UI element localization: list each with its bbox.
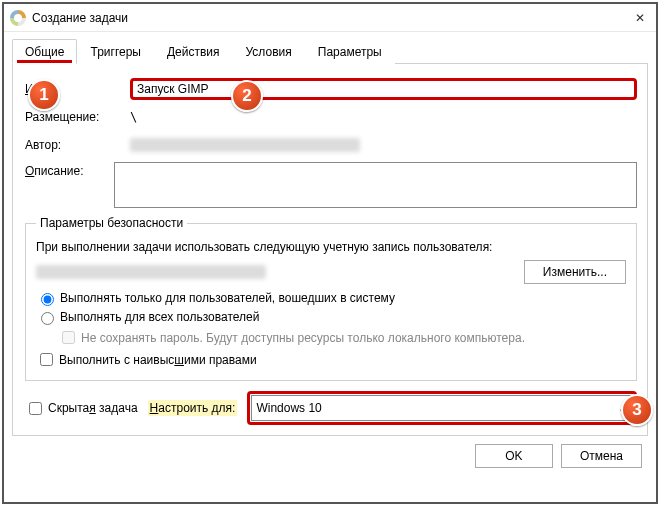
account-value-blurred <box>36 265 266 279</box>
hidden-task-checkbox[interactable] <box>29 402 42 415</box>
name-input[interactable] <box>130 78 637 100</box>
content-area: Общие Триггеры Действия Условия Параметр… <box>4 32 656 476</box>
author-label: Автор: <box>25 138 130 152</box>
annotation-badge-3: 3 <box>621 394 653 426</box>
elevated-checkbox[interactable] <box>40 353 53 366</box>
description-input[interactable] <box>114 162 637 208</box>
task-scheduler-icon <box>10 10 26 26</box>
dialog-window: Создание задачи ✕ Общие Триггеры Действи… <box>2 2 658 504</box>
change-user-button[interactable]: Изменить... <box>524 260 626 284</box>
security-group: Параметры безопасности При выполнении за… <box>25 216 637 381</box>
tab-actions[interactable]: Действия <box>154 39 233 64</box>
tab-body-general: Имя: Размещение: \ Автор: Описание: Пара… <box>12 64 648 436</box>
nosave-password-checkbox <box>62 331 75 344</box>
nosave-password: Не сохранять пароль. Будут доступны ресу… <box>58 328 626 347</box>
tab-conditions[interactable]: Условия <box>233 39 305 64</box>
author-value-blurred <box>130 138 360 152</box>
radio-logged-on-input[interactable] <box>41 293 54 306</box>
ok-button[interactable]: OK <box>475 444 553 468</box>
annotation-badge-1: 1 <box>28 79 60 111</box>
annotation-badge-2: 2 <box>231 80 263 112</box>
tab-general-label: Общие <box>25 45 64 59</box>
hidden-task[interactable]: Скрытая задача <box>25 399 138 418</box>
security-msg: При выполнении задачи использовать следу… <box>36 240 626 254</box>
tab-triggers[interactable]: Триггеры <box>77 39 154 64</box>
titlebar: Создание задачи ✕ <box>4 4 656 32</box>
placement-label: Размещение: <box>25 110 130 124</box>
radio-all-users[interactable]: Выполнять для всех пользователей <box>36 309 626 325</box>
tab-settings[interactable]: Параметры <box>305 39 395 64</box>
security-legend: Параметры безопасности <box>36 216 187 230</box>
bottom-row: Скрытая задача Настроить для: Windows 10… <box>25 391 637 425</box>
placement-value: \ <box>130 110 137 124</box>
tab-general[interactable]: Общие <box>12 39 77 64</box>
elevated-check[interactable]: Выполнить с наивысшими правами <box>36 350 626 369</box>
dialog-actions: OK Отмена <box>12 436 648 468</box>
cancel-button[interactable]: Отмена <box>561 444 642 468</box>
window-title: Создание задачи <box>32 11 624 25</box>
configure-for-select[interactable]: Windows 10 <box>251 395 633 421</box>
radio-logged-on[interactable]: Выполнять только для пользователей, воше… <box>36 290 626 306</box>
tab-strip: Общие Триггеры Действия Условия Параметр… <box>12 38 648 64</box>
description-label: Описание: <box>25 162 114 178</box>
configure-for-wrap: Windows 10 ⌄ <box>247 391 637 425</box>
configure-for-label: Настроить для: <box>148 400 238 416</box>
radio-all-users-input[interactable] <box>41 312 54 325</box>
close-icon[interactable]: ✕ <box>630 11 650 25</box>
